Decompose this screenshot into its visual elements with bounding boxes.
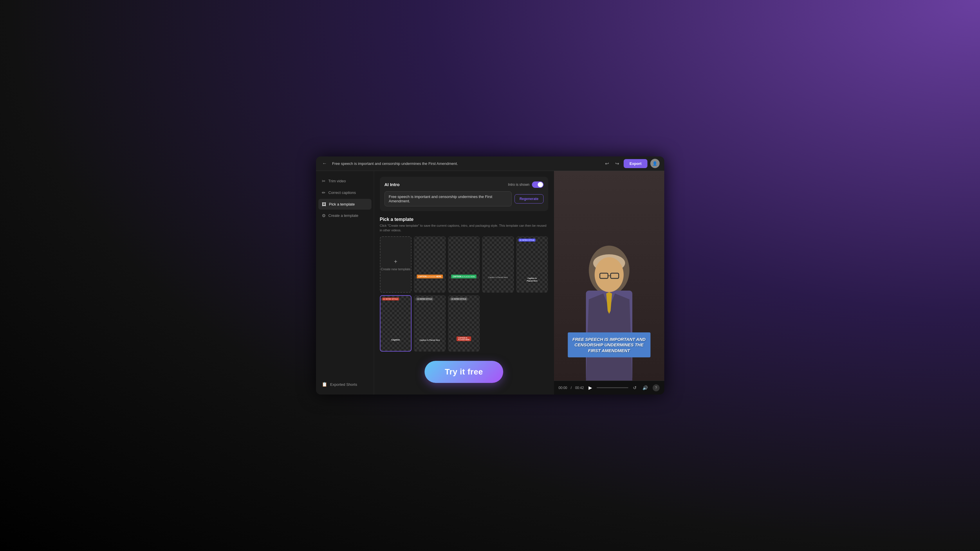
- captions-icon: ✏: [322, 190, 326, 195]
- play-button[interactable]: ▶: [587, 384, 593, 392]
- app-container: ← Free speech is important and censorshi…: [316, 156, 664, 395]
- help-button[interactable]: ?: [653, 384, 660, 391]
- create-new-label: Create new template: [381, 268, 410, 271]
- main-panel: AI Intro Intro is shown Free speech is i…: [374, 171, 554, 395]
- template-card-plain[interactable]: Caption Is Placed Here: [482, 236, 514, 293]
- video-time-separator: /: [571, 386, 572, 390]
- video-preview: FREE SPEECH IS IMPORTANT AND CENSORSHIP …: [554, 171, 664, 381]
- caption-badge-green: CAPTION IS PLACED HERE: [451, 275, 477, 279]
- caption-badge-plain: Caption Is Placed Here: [488, 276, 508, 279]
- create-icon: ⚙: [322, 213, 326, 218]
- try-it-free-button[interactable]: Try it free: [425, 361, 503, 383]
- ai-intro-badge-red: AI INTRO STYLE: [382, 298, 399, 301]
- sidebar-label-captions: Correct captions: [328, 190, 356, 195]
- template-card-ai-dark2[interactable]: AI INTRO STYLE Caption Is Placed Here: [414, 295, 446, 352]
- replay-button[interactable]: ↺: [632, 384, 638, 392]
- user-avatar[interactable]: 👤: [650, 159, 660, 168]
- ai-intro-badge-dark2: AI INTRO STYLE: [416, 298, 433, 301]
- regenerate-button[interactable]: Regenerate: [514, 194, 543, 204]
- sidebar-item-create-template[interactable]: ⚙ Create a template: [318, 210, 371, 221]
- content-area: AI Intro Intro is shown Free speech is i…: [374, 171, 664, 395]
- sidebar-label-template: Pick a template: [329, 202, 355, 206]
- intro-toggle-row: Intro is shown: [508, 182, 543, 188]
- template-icon: 🖼: [322, 202, 326, 207]
- ai-intro-badge-dark3: AI INTRO STYLE: [450, 298, 467, 301]
- top-bar: ← Free speech is important and censorshi…: [316, 156, 664, 171]
- undo-button[interactable]: ↩: [603, 159, 611, 168]
- person-silhouette: [568, 236, 650, 381]
- intro-toggle[interactable]: [532, 182, 544, 188]
- progress-bar[interactable]: [597, 387, 628, 388]
- intro-toggle-label: Intro is shown: [508, 183, 529, 187]
- template-title: Pick a template: [380, 217, 548, 222]
- sidebar-item-pick-template[interactable]: 🖼 Pick a template: [318, 199, 371, 210]
- ai-intro-badge-blue: AI INTRO STYLE: [519, 239, 535, 242]
- sidebar-label-exported: Exported Shorts: [330, 382, 357, 387]
- template-card-ai-red[interactable]: AI INTRO STYLE Caption: [380, 295, 412, 352]
- redo-button[interactable]: ↪: [614, 159, 621, 168]
- template-grid: + Create new template CAPTION IS PLACED …: [380, 236, 548, 352]
- video-caption-overlay: FREE SPEECH IS IMPORTANT AND CENSORSHIP …: [568, 333, 650, 358]
- caption-badge-orange: CAPTION IS PLACED HERE: [417, 275, 443, 279]
- sidebar-label-create: Create a template: [328, 213, 358, 218]
- caption-ai-white: Caption IsPlaced Here: [520, 277, 544, 282]
- sidebar-item-trim-video[interactable]: ✂ Trim video: [318, 176, 371, 187]
- ai-intro-title: AI Intro: [385, 182, 400, 187]
- template-section: Pick a template Click "Create new templa…: [380, 217, 548, 352]
- ai-intro-text: Free speech is important and censorship …: [385, 191, 512, 206]
- caption-ai-red: Caption: [391, 339, 400, 341]
- main-layout: ✂ Trim video ✏ Correct captions 🖼 Pick a…: [316, 171, 664, 395]
- caption-ai-dark2: Caption Is Placed Here: [420, 339, 440, 341]
- volume-button[interactable]: 🔊: [641, 384, 649, 392]
- trim-icon: ✂: [322, 178, 326, 184]
- template-card-ai-white[interactable]: AI INTRO STYLE Caption IsPlaced Here: [516, 236, 548, 293]
- top-bar-actions: ↩ ↪ Export 👤: [603, 159, 659, 168]
- sidebar-item-exported-shorts[interactable]: 📋 Exported Shorts: [318, 379, 371, 390]
- try-free-container: Try it free: [380, 361, 548, 389]
- template-header: Pick a template Click "Create new templa…: [380, 217, 548, 233]
- sidebar-item-correct-captions[interactable]: ✏ Correct captions: [318, 187, 371, 198]
- sidebar-label-trim: Trim video: [328, 179, 346, 183]
- sidebar-nav: ✂ Trim video ✏ Correct captions 🖼 Pick a…: [316, 173, 374, 223]
- video-controls: 00:00 / 00:42 ▶ ↺ 🔊 ?: [554, 381, 664, 395]
- ai-intro-header: AI Intro Intro is shown: [385, 182, 544, 188]
- caption-ai-dark3: CAPTION ISPLACED HERE: [457, 336, 471, 341]
- back-button[interactable]: ←: [321, 159, 329, 168]
- video-time-current: 00:00: [558, 386, 567, 390]
- template-description: Click "Create new template" to save the …: [380, 223, 548, 233]
- ai-intro-input-row: Free speech is important and censorship …: [385, 191, 544, 206]
- svg-point-3: [595, 257, 624, 292]
- template-card-ai-dark3[interactable]: AI INTRO STYLE CAPTION ISPLACED HERE: [448, 295, 480, 352]
- template-card-orange[interactable]: CAPTION IS PLACED HERE: [414, 236, 446, 293]
- video-panel: FREE SPEECH IS IMPORTANT AND CENSORSHIP …: [554, 171, 664, 395]
- exported-icon: 📋: [322, 382, 327, 387]
- create-new-template-card[interactable]: + Create new template: [380, 236, 412, 293]
- template-card-green[interactable]: CAPTION IS PLACED HERE: [448, 236, 480, 293]
- sidebar: ✂ Trim video ✏ Correct captions 🖼 Pick a…: [316, 171, 374, 395]
- video-time-total: 00:42: [575, 386, 584, 390]
- ai-intro-section: AI Intro Intro is shown Free speech is i…: [380, 177, 548, 211]
- export-button[interactable]: Export: [624, 159, 647, 168]
- top-bar-title: Free speech is important and censorship …: [332, 161, 600, 166]
- video-background: FREE SPEECH IS IMPORTANT AND CENSORSHIP …: [554, 171, 664, 381]
- plus-icon: +: [394, 258, 397, 265]
- sidebar-bottom: 📋 Exported Shorts: [316, 376, 374, 392]
- video-caption-text: FREE SPEECH IS IMPORTANT AND CENSORSHIP …: [572, 336, 646, 354]
